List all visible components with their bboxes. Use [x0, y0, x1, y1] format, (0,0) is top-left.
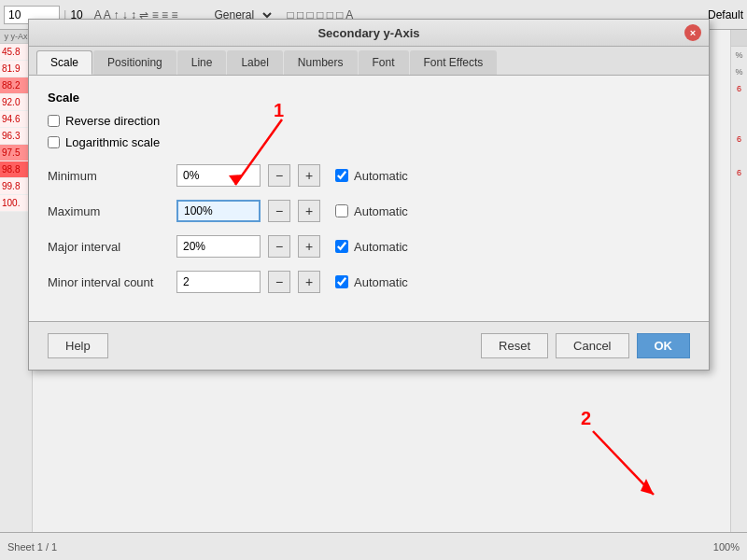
- tab-font[interactable]: Font: [359, 50, 409, 75]
- dialog-footer: Help Reset Cancel OK: [29, 321, 709, 370]
- pct-label-7: [731, 147, 747, 164]
- minimum-input[interactable]: [176, 164, 261, 187]
- pct-label-3: 6: [731, 80, 747, 97]
- major-interval-input[interactable]: [176, 235, 261, 258]
- minor-interval-auto-group: Automatic: [335, 275, 408, 289]
- theme-label: Default: [708, 8, 743, 21]
- data-row-2: 81.9: [0, 61, 32, 77]
- minor-interval-auto-checkbox[interactable]: [335, 275, 348, 288]
- dialog-titlebar: Secondary y-Axis ×: [29, 20, 709, 47]
- data-row-1: 45.8: [0, 44, 32, 61]
- major-interval-increment-button[interactable]: +: [298, 235, 320, 258]
- minimum-row: Minimum − + Automatic: [48, 164, 690, 187]
- minimum-label: Minimum: [48, 169, 169, 183]
- major-interval-auto-group: Automatic: [335, 240, 408, 254]
- data-row-9: 99.8: [0, 178, 32, 195]
- spreadsheet-data-rows: 45.8 81.9 88.2 92.0 94.6 96.3 97.5 98.8 …: [0, 44, 32, 212]
- col-header-corner: y y-Ax: [0, 30, 32, 44]
- data-row-7: 97.5: [0, 145, 32, 161]
- dialog-close-button[interactable]: ×: [684, 24, 701, 41]
- major-interval-row: Major interval − + Automatic: [48, 235, 690, 258]
- minimum-auto-group: Automatic: [335, 169, 408, 183]
- minor-interval-decrement-button[interactable]: −: [268, 271, 290, 293]
- tab-font-effects[interactable]: Font Effects: [410, 50, 498, 75]
- help-button[interactable]: Help: [48, 333, 108, 358]
- right-col-header: [731, 30, 747, 47]
- maximum-increment-button[interactable]: +: [298, 200, 320, 222]
- cancel-button[interactable]: Cancel: [556, 333, 628, 358]
- tab-positioning[interactable]: Positioning: [93, 50, 176, 75]
- pct-label-8: 6: [731, 164, 747, 181]
- pct-label-2: %: [731, 63, 747, 80]
- right-scale-area: % % 6 6 6: [730, 30, 747, 532]
- pct-label-4: [731, 97, 747, 114]
- tab-line[interactable]: Line: [177, 50, 227, 75]
- pct-label-6: 6: [731, 131, 747, 147]
- maximum-input[interactable]: [176, 200, 261, 222]
- logarithmic-scale-label: Logarithmic scale: [65, 135, 160, 149]
- data-row-10: 100.: [0, 195, 32, 212]
- status-bar: Sheet 1 / 1 100%: [0, 532, 747, 560]
- data-row-5: 94.6: [0, 111, 32, 128]
- status-text: Sheet 1 / 1: [7, 541, 57, 553]
- minimum-auto-label: Automatic: [354, 169, 408, 183]
- tab-label[interactable]: Label: [227, 50, 282, 75]
- dialog: Secondary y-Axis × Scale Positioning Lin…: [28, 19, 710, 371]
- minimum-increment-button[interactable]: +: [298, 164, 320, 187]
- maximum-decrement-button[interactable]: −: [268, 200, 290, 222]
- tab-bar: Scale Positioning Line Label Numbers Fon…: [29, 47, 709, 76]
- section-title: Scale: [48, 91, 690, 105]
- ok-button[interactable]: OK: [637, 333, 691, 358]
- maximum-auto-checkbox[interactable]: [335, 204, 348, 217]
- logarithmic-scale-row: Logarithmic scale: [48, 135, 690, 149]
- minor-interval-auto-label: Automatic: [354, 275, 408, 289]
- pct-label-5: [731, 114, 747, 131]
- dialog-title: Secondary y-Axis: [53, 26, 684, 40]
- maximum-label: Maximum: [48, 204, 169, 218]
- major-interval-label: Major interval: [48, 240, 169, 254]
- dialog-body: Scale Reverse direction Logarithmic scal…: [29, 76, 709, 321]
- reverse-direction-row: Reverse direction: [48, 114, 690, 128]
- tab-scale[interactable]: Scale: [36, 50, 92, 75]
- maximum-row: Maximum − + Automatic: [48, 200, 690, 222]
- minor-interval-row: Minor interval count − + Automatic: [48, 271, 690, 293]
- reverse-direction-checkbox[interactable]: [48, 115, 60, 127]
- maximum-auto-group: Automatic: [335, 204, 408, 218]
- minor-interval-input[interactable]: [176, 271, 261, 293]
- minor-interval-increment-button[interactable]: +: [298, 271, 320, 293]
- major-interval-decrement-button[interactable]: −: [268, 235, 290, 258]
- reset-button[interactable]: Reset: [481, 333, 548, 358]
- logarithmic-scale-checkbox[interactable]: [48, 136, 60, 148]
- zoom-label: 100%: [713, 541, 740, 553]
- data-row-8: 98.8: [0, 161, 32, 178]
- major-interval-auto-checkbox[interactable]: [335, 240, 348, 253]
- maximum-auto-label: Automatic: [354, 204, 408, 218]
- pct-label-1: %: [731, 47, 747, 63]
- form-rows: Minimum − + Automatic Maximum − + Automa…: [48, 164, 690, 293]
- reverse-direction-label: Reverse direction: [65, 114, 160, 128]
- data-row-6: 96.3: [0, 128, 32, 145]
- minor-interval-label: Minor interval count: [48, 275, 169, 289]
- data-row-3: 88.2: [0, 77, 32, 94]
- minimum-auto-checkbox[interactable]: [335, 169, 348, 182]
- data-row-4: 92.0: [0, 94, 32, 111]
- minimum-decrement-button[interactable]: −: [268, 164, 290, 187]
- major-interval-auto-label: Automatic: [354, 240, 408, 254]
- tab-numbers[interactable]: Numbers: [284, 50, 358, 75]
